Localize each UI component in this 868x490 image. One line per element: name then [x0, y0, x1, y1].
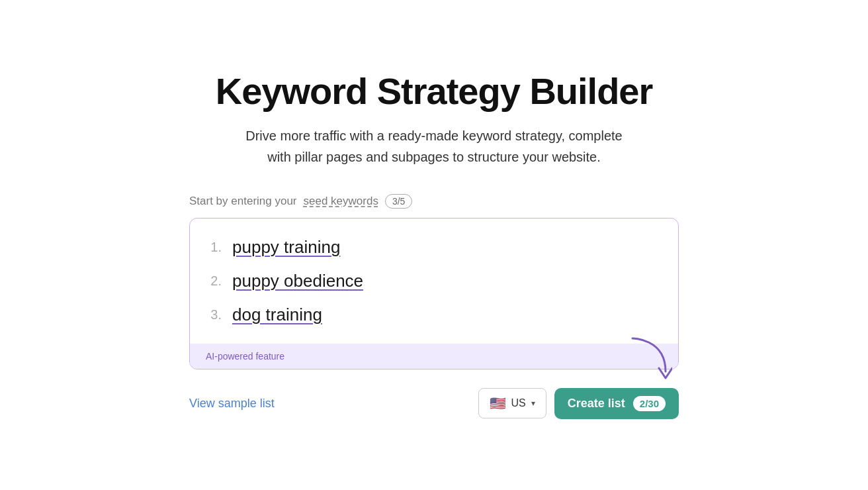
right-controls: 🇺🇸 US ▾ Create list 2/30 [478, 388, 679, 419]
page-title: Keyword Strategy Builder [189, 71, 679, 112]
seed-keywords-label: Start by entering your seed keywords 3/5 [189, 194, 679, 209]
keyword-item-2[interactable]: 2. puppy obedience [206, 264, 665, 298]
keyword-list: 1. puppy training 2. puppy obedience 3. … [190, 219, 678, 344]
label-prefix-text: Start by entering your [189, 195, 297, 208]
keyword-number-2: 2. [206, 273, 222, 289]
keyword-number-1: 1. [206, 240, 222, 255]
ai-powered-banner: AI-powered feature [190, 344, 678, 369]
main-container: Keyword Strategy Builder Drive more traf… [176, 44, 692, 446]
country-code: US [511, 397, 526, 409]
country-selector[interactable]: 🇺🇸 US ▾ [478, 388, 546, 418]
view-sample-link[interactable]: View sample list [189, 397, 275, 411]
keyword-text-3: dog training [232, 305, 322, 325]
keyword-item-3[interactable]: 3. dog training [206, 298, 665, 332]
chevron-down-icon: ▾ [531, 399, 535, 408]
keyword-item-1[interactable]: 1. puppy training [206, 230, 665, 264]
ai-powered-text: AI-powered feature [206, 351, 284, 362]
keyword-box: 1. puppy training 2. puppy obedience 3. … [189, 218, 679, 369]
seed-count-badge: 3/5 [385, 194, 412, 209]
create-list-button[interactable]: Create list 2/30 [554, 388, 679, 419]
keyword-text-2: puppy obedience [232, 271, 363, 291]
page-subtitle: Drive more traffic with a ready-made key… [189, 125, 679, 168]
keyword-text-1: puppy training [232, 237, 340, 258]
keyword-number-3: 3. [206, 307, 222, 322]
create-list-label: Create list [568, 397, 625, 411]
bottom-row: View sample list 🇺🇸 US ▾ Create list 2/3… [189, 388, 679, 419]
create-list-count: 2/30 [633, 396, 666, 411]
seed-keywords-link[interactable]: seed keywords [304, 195, 378, 208]
flag-icon: 🇺🇸 [490, 395, 506, 411]
